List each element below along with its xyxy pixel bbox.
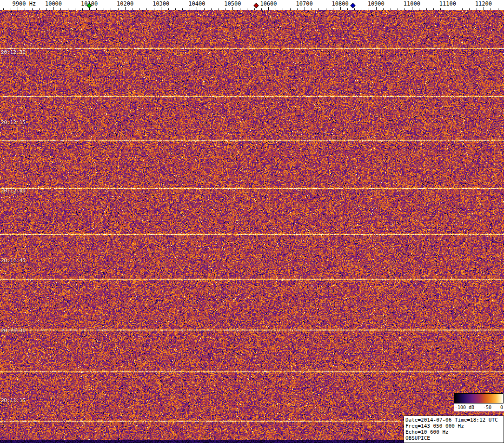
axis-minor-tick [498,8,498,10]
axis-minor-tick [312,8,312,10]
axis-minor-tick [46,8,47,10]
axis-minor-tick [204,8,205,10]
colorbar-label-min: -100 dB [455,405,474,410]
colorbar-labels: -100 dB -50 0 [454,403,504,411]
info-line-echo: Echo=10 600 Hz [405,429,502,435]
blue-frequency-marker[interactable] [350,3,355,8]
axis-minor-tick [462,8,463,10]
axis-minor-tick [283,8,283,10]
axis-minor-tick [426,8,427,10]
freq-axis-label: 11200 [475,0,492,7]
axis-minor-tick [139,8,140,10]
axis-minor-tick [405,8,405,10]
axis-minor-tick [469,8,470,10]
info-line-station: OBSUPICE [405,435,502,441]
axis-major-tick [161,7,161,10]
axis-minor-tick [104,8,104,10]
axis-minor-tick [3,8,4,10]
axis-minor-tick [32,8,33,10]
axis-major-tick [232,7,233,10]
freq-axis-label: 10300 [153,0,169,7]
freq-axis-label: 10800 [332,0,349,7]
freq-axis-label: 10200 [117,0,133,7]
colorbar-label-mid: -50 [483,405,491,410]
red-frequency-marker[interactable] [253,3,259,8]
axis-minor-tick [60,8,61,10]
freq-axis-label: 11100 [439,0,456,7]
freq-axis-label: 10000 [45,0,62,7]
axis-major-tick [412,7,412,10]
axis-minor-tick [118,8,119,10]
axis-major-tick [18,7,18,10]
axis-minor-tick [491,8,491,10]
axis-minor-tick [347,8,348,10]
axis-minor-tick [433,8,434,10]
axis-minor-tick [219,8,219,10]
axis-minor-tick [39,8,40,10]
waterfall-app: 9900 Hz100001010010200103001040010500106… [0,0,504,443]
axis-minor-tick [154,8,154,10]
axis-minor-tick [398,8,398,10]
axis-minor-tick [455,8,455,10]
axis-minor-tick [276,8,276,10]
axis-minor-tick [211,8,212,10]
axis-minor-tick [440,8,441,10]
axis-minor-tick [318,8,319,10]
frequency-axis: 9900 Hz100001010010200103001040010500106… [0,0,504,10]
axis-major-tick [484,7,484,10]
colorbar-legend: -100 dB -50 0 [454,393,504,411]
info-box: Date=2014-07-06 Time=18:12 UTC Freq=143 … [404,416,504,443]
axis-minor-tick [25,8,25,10]
axis-minor-tick [391,8,391,10]
colorbar-gradient [454,393,504,403]
colorbar-label-max: 0 [500,405,503,410]
axis-minor-tick [477,8,477,10]
axis-major-tick [125,7,126,10]
axis-minor-tick [419,8,419,10]
axis-minor-tick [182,8,183,10]
freq-axis-label: 9900 Hz [13,0,36,7]
freq-axis-label: 10500 [224,0,241,7]
axis-minor-tick [111,8,111,10]
axis-minor-tick [369,8,369,10]
axis-minor-tick [133,8,133,10]
axis-major-tick [305,7,305,10]
axis-minor-tick [254,8,255,10]
axis-minor-tick [75,8,75,10]
axis-minor-tick [297,8,298,10]
axis-minor-tick [11,8,11,10]
freq-axis-label: 10700 [296,0,312,7]
axis-minor-tick [82,8,83,10]
freq-axis-label: 10600 [260,0,277,7]
axis-minor-tick [290,8,291,10]
axis-minor-tick [190,8,190,10]
freq-axis-label: 11000 [404,0,420,7]
freq-axis-label: 10900 [368,0,385,7]
freq-axis-label: 10400 [188,0,205,7]
axis-minor-tick [175,8,176,10]
spectrogram-canvas [0,10,504,443]
axis-minor-tick [68,8,68,10]
axis-major-tick [340,7,341,10]
axis-major-tick [197,7,197,10]
axis-minor-tick [383,8,384,10]
axis-minor-tick [333,8,333,10]
axis-minor-tick [247,8,247,10]
axis-major-tick [448,7,448,10]
axis-major-tick [376,7,377,10]
axis-minor-tick [146,8,147,10]
axis-minor-tick [326,8,326,10]
axis-minor-tick [354,8,355,10]
info-line-freq: Freq=143 050 000 Hz [405,423,502,429]
axis-minor-tick [96,8,97,10]
axis-minor-tick [225,8,226,10]
axis-minor-tick [240,8,240,10]
info-line-date: Date=2014-07-06 Time=18:12 UTC [405,417,502,423]
axis-major-tick [53,7,54,10]
axis-minor-tick [261,8,262,10]
axis-minor-tick [362,8,362,10]
axis-major-tick [268,7,269,10]
axis-minor-tick [168,8,169,10]
